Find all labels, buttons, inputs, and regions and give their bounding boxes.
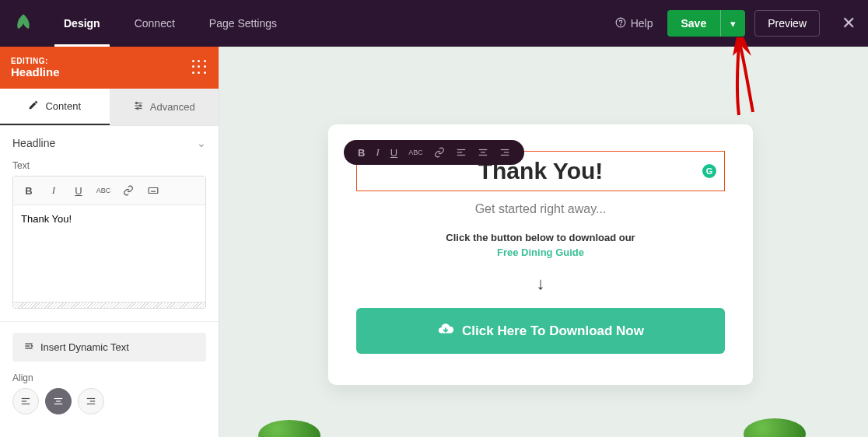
italic-icon[interactable]: I <box>44 181 63 200</box>
section-toggle[interactable]: Headline ⌄ <box>0 126 219 160</box>
align-buttons <box>0 388 219 424</box>
close-icon: ✕ <box>842 13 856 33</box>
headline-text-input[interactable] <box>13 205 205 299</box>
align-label: Align <box>0 372 219 388</box>
svg-point-6 <box>139 105 141 107</box>
nav-page-settings[interactable]: Page Settings <box>192 0 294 47</box>
svg-rect-8 <box>149 188 158 194</box>
svg-point-1 <box>620 24 621 25</box>
chevron-down-icon: ⌄ <box>197 137 206 149</box>
align-left-icon[interactable] <box>456 147 467 158</box>
strikethrough-icon[interactable]: ABC <box>94 181 113 200</box>
wysiwyg-editor: B I U ABC <box>12 176 206 309</box>
cloud-download-icon <box>437 320 454 341</box>
editing-title: Headline <box>11 65 60 79</box>
save-dropdown-caret[interactable]: ▾ <box>720 10 745 37</box>
nav-label: Design <box>64 17 100 30</box>
tab-label: Advanced <box>150 101 195 113</box>
sliders-icon <box>133 100 144 114</box>
italic-icon[interactable]: I <box>376 146 379 159</box>
nav-label: Connect <box>135 17 175 30</box>
caret-down-icon: ▾ <box>730 18 736 30</box>
subheadline[interactable]: Get started right away... <box>356 202 725 216</box>
decorative-leaf-icon <box>744 418 806 437</box>
floating-text-toolbar: B I U ABC <box>344 140 524 165</box>
body-line-1[interactable]: Click the button below to download our <box>356 232 725 243</box>
text-field-label: Text <box>12 160 206 171</box>
align-right-button[interactable] <box>78 388 104 414</box>
help-label: Help <box>631 17 653 30</box>
cta-label: Click Here To Download Now <box>462 323 644 339</box>
sidebar-tabs: Content Advanced <box>0 89 219 126</box>
nav-connect[interactable]: Connect <box>117 0 192 47</box>
align-right-icon[interactable] <box>499 147 510 158</box>
wysiwyg-toolbar: B I U ABC <box>13 177 205 205</box>
insert-dynamic-text-button[interactable]: Insert Dynamic Text <box>12 333 206 362</box>
close-button[interactable]: ✕ <box>829 13 868 33</box>
underline-icon[interactable]: U <box>69 181 88 200</box>
decorative-leaf-icon <box>258 420 320 437</box>
primary-nav: Design Connect Page Settings <box>47 0 294 47</box>
save-button[interactable]: Save <box>667 10 721 37</box>
section-title: Headline <box>12 137 55 149</box>
align-center-icon[interactable] <box>478 147 488 158</box>
arrow-down-icon: ↓ <box>356 274 725 294</box>
editing-header: EDITING: Headline <box>0 47 219 89</box>
pencil-icon <box>28 100 39 113</box>
nav-design[interactable]: Design <box>47 0 117 47</box>
body-line-2[interactable]: Free Dining Guide <box>356 246 725 258</box>
preview-button[interactable]: Preview <box>754 10 820 37</box>
text-field-group: Text B I U ABC <box>0 160 219 321</box>
align-center-button[interactable] <box>45 388 72 414</box>
sidebar: EDITING: Headline Content Advanced Headl… <box>0 47 219 437</box>
link-icon[interactable] <box>434 147 445 158</box>
svg-point-5 <box>135 102 137 103</box>
keyboard-icon[interactable] <box>144 181 163 200</box>
link-icon[interactable] <box>119 181 138 200</box>
tab-advanced[interactable]: Advanced <box>110 89 219 125</box>
underline-icon[interactable]: U <box>390 147 397 159</box>
bold-icon[interactable]: B <box>358 147 365 159</box>
editing-label: EDITING: <box>11 57 60 65</box>
top-bar: Design Connect Page Settings Help Save ▾… <box>0 0 868 47</box>
bold-icon[interactable]: B <box>19 181 38 200</box>
canvas[interactable]: B I U ABC Thank You! G Get started right… <box>219 47 868 437</box>
resize-handle[interactable] <box>13 302 205 308</box>
help-icon <box>615 17 626 30</box>
drag-handle-icon[interactable] <box>192 60 208 75</box>
save-button-group: Save ▾ <box>667 10 746 37</box>
nav-label: Page Settings <box>209 17 277 30</box>
app-logo-icon <box>0 0 47 47</box>
svg-point-7 <box>136 107 138 109</box>
strikethrough-icon[interactable]: ABC <box>408 149 423 156</box>
tab-content[interactable]: Content <box>0 89 110 125</box>
align-left-button[interactable] <box>12 388 39 414</box>
help-link[interactable]: Help <box>615 17 653 30</box>
tab-label: Content <box>45 100 81 112</box>
button-label: Insert Dynamic Text <box>40 341 129 353</box>
dynamic-text-icon <box>23 341 34 354</box>
cta-button[interactable]: Click Here To Download Now <box>356 308 725 354</box>
grammarly-icon[interactable]: G <box>702 164 716 178</box>
headline-section: Headline ⌄ Text B I U ABC <box>0 126 219 322</box>
